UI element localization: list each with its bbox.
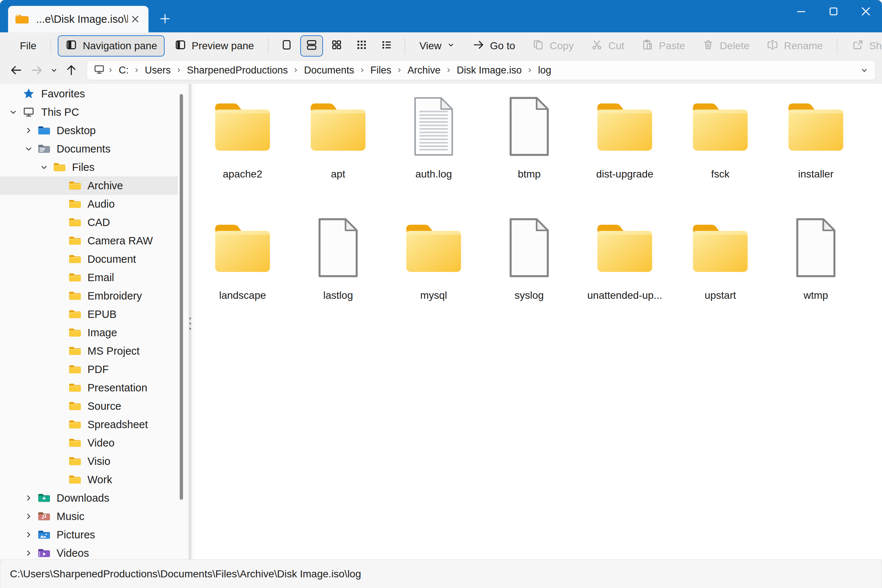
file-item-btmp[interactable]: btmp <box>482 90 577 211</box>
sidebar-item-this-pc[interactable]: This PC <box>0 103 178 121</box>
preview-pane-toggle[interactable]: Preview pane <box>167 35 262 57</box>
file-explorer-window: ...e\Disk Image.iso\log File Navigatio <box>0 0 882 588</box>
pane-splitter[interactable] <box>185 84 195 560</box>
maximize-button[interactable] <box>818 0 850 23</box>
rename-button[interactable]: Rename <box>759 35 830 57</box>
breadcrumb-segment-files[interactable]: Files <box>368 64 394 77</box>
chevron-icon <box>52 325 67 340</box>
sidebar-item-embroidery[interactable]: Embroidery <box>0 286 178 305</box>
file-item-syslog[interactable]: syslog <box>482 211 577 332</box>
chevron-right-icon[interactable] <box>21 123 36 138</box>
sidebar-item-downloads[interactable]: Downloads <box>0 489 178 507</box>
folder-large-icon <box>306 90 370 163</box>
sidebar-item-music[interactable]: Music <box>0 507 178 525</box>
small-icons-view-button[interactable] <box>350 35 373 57</box>
file-item-label: mysql <box>420 290 447 302</box>
copy-button[interactable]: Copy <box>525 35 581 57</box>
goto-button[interactable]: Go to <box>465 35 522 57</box>
icons-view-button[interactable] <box>325 35 348 57</box>
chevron-down-icon[interactable] <box>37 160 51 175</box>
breadcrumb-segment-c[interactable]: C: <box>116 64 132 77</box>
view-dropdown-button[interactable]: View <box>412 35 463 57</box>
breadcrumb-segment-users[interactable]: Users <box>142 64 174 77</box>
sidebar-item-label: Video <box>87 437 115 449</box>
file-item-fsck[interactable]: fsck <box>672 90 768 211</box>
chevron-right-icon[interactable] <box>21 490 36 506</box>
active-tab[interactable]: ...e\Disk Image.iso\log <box>8 6 148 32</box>
sidebar-item-video[interactable]: Video <box>0 434 178 452</box>
file-item-mysql[interactable]: mysql <box>386 211 482 332</box>
sidebar-item-audio[interactable]: Audio <box>0 195 178 213</box>
chevron-right-icon <box>526 66 534 74</box>
address-input[interactable]: C: Users SharpenedProductions Documents … <box>87 60 875 80</box>
forward-button[interactable] <box>27 61 46 80</box>
sidebar-item-epub[interactable]: EPUB <box>0 305 178 323</box>
sidebar-item-image[interactable]: Image <box>0 323 178 342</box>
chevron-down-icon[interactable] <box>21 141 36 156</box>
sidebar-item-videos[interactable]: Videos <box>0 544 178 560</box>
file-item-label: btmp <box>518 168 541 180</box>
chevron-right-icon[interactable] <box>21 527 36 542</box>
breadcrumb-segment-disk-image-iso[interactable]: Disk Image.iso <box>454 64 525 77</box>
up-button[interactable] <box>62 61 81 80</box>
back-button[interactable] <box>7 61 26 80</box>
file-item-upstart[interactable]: upstart <box>672 211 768 332</box>
sidebar-item-camera-raw[interactable]: Camera RAW <box>0 231 178 250</box>
status-bar: C:\Users\SharpenedProductions\Documents\… <box>0 560 882 588</box>
address-dropdown-icon[interactable] <box>860 65 869 75</box>
cut-button[interactable]: Cut <box>583 35 632 57</box>
navigation-pane-toggle[interactable]: Navigation pane <box>58 35 164 57</box>
sidebar-item-pictures[interactable]: Pictures <box>0 525 178 544</box>
file-item-landscape[interactable]: landscape <box>195 211 290 332</box>
sidebar-item-email[interactable]: Email <box>0 268 178 286</box>
sidebar-item-document[interactable]: Document <box>0 250 178 268</box>
paste-button[interactable]: Paste <box>634 35 693 57</box>
sidebar-item-label: This PC <box>41 106 79 118</box>
sidebar-item-archive[interactable]: Archive <box>0 176 178 195</box>
chevron-right-icon[interactable] <box>21 546 36 560</box>
tab-close-icon[interactable] <box>128 12 142 27</box>
share-button[interactable]: Share <box>844 35 882 57</box>
file-item-unattended-up[interactable]: unattended-up... <box>577 211 672 332</box>
history-dropdown-icon[interactable] <box>48 61 60 80</box>
breadcrumb-segment-sharpenedproductions[interactable]: SharpenedProductions <box>184 64 291 77</box>
minimize-button[interactable] <box>785 0 818 23</box>
sidebar-item-ms-project[interactable]: MS Project <box>0 342 178 360</box>
details-view-button[interactable] <box>375 35 398 57</box>
content-view-button[interactable] <box>300 35 323 57</box>
chevron-right-icon[interactable] <box>21 509 36 524</box>
chevron-down-icon[interactable] <box>6 105 21 119</box>
delete-button[interactable]: Delete <box>694 35 757 57</box>
sidebar-item-pdf[interactable]: PDF <box>0 360 178 378</box>
sidebar-item-spreadsheet[interactable]: Spreadsheet <box>0 415 178 434</box>
folder-large-icon <box>401 211 466 285</box>
file-item-lastlog[interactable]: lastlog <box>290 211 386 332</box>
breadcrumb-segment-log[interactable]: log <box>535 64 554 77</box>
sidebar-item-work[interactable]: Work <box>0 470 178 489</box>
file-item-installer[interactable]: installer <box>768 90 864 211</box>
sidebar-item-favorites[interactable]: Favorites <box>0 84 178 103</box>
new-tab-button[interactable] <box>156 10 174 27</box>
sidebar-item-documents[interactable]: Documents <box>0 140 178 158</box>
tiles-view-button[interactable] <box>275 35 298 57</box>
breadcrumb-segment-archive[interactable]: Archive <box>405 64 444 77</box>
sidebar-item-files[interactable]: Files <box>0 158 178 176</box>
close-button[interactable] <box>850 0 882 23</box>
file-menu-button[interactable]: File <box>12 35 44 57</box>
file-item-auth-log[interactable]: auth.log <box>386 90 482 211</box>
sidebar-scrollbar[interactable] <box>178 84 185 560</box>
tab-title: ...e\Disk Image.iso\log <box>36 13 128 26</box>
sidebar-item-visio[interactable]: Visio <box>0 452 178 470</box>
file-item-wtmp[interactable]: wtmp <box>768 211 864 332</box>
sidebar-item-presentation[interactable]: Presentation <box>0 378 178 397</box>
sidebar-item-cad[interactable]: CAD <box>0 213 178 231</box>
file-item-dist-upgrade[interactable]: dist-upgrade <box>577 90 672 211</box>
breadcrumb-segment-documents[interactable]: Documents <box>301 64 357 77</box>
file-item-apt[interactable]: apt <box>290 90 386 211</box>
file-item-apache2[interactable]: apache2 <box>195 90 290 211</box>
sidebar-item-desktop[interactable]: Desktop <box>0 121 178 140</box>
splitter-handle-icon[interactable] <box>189 318 191 330</box>
folder-icon <box>67 362 83 376</box>
sidebar-scrollbar-thumb[interactable] <box>180 94 183 500</box>
sidebar-item-source[interactable]: Source <box>0 397 178 415</box>
